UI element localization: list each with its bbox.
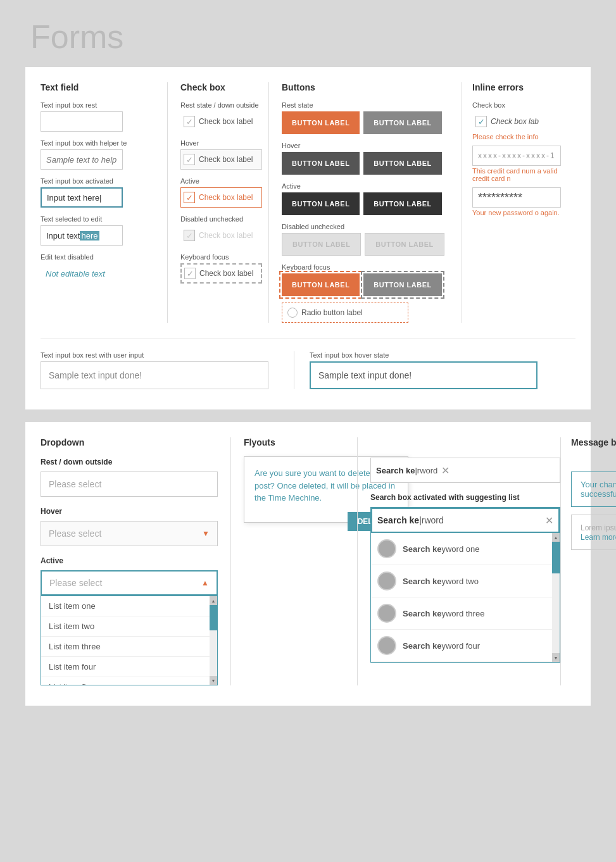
cb-hover-box[interactable]: ✓ <box>184 154 195 165</box>
avatar-1 <box>377 539 396 558</box>
dropdown-active-input[interactable]: Please select ▲ <box>41 570 218 596</box>
cb-rest-box[interactable]: ✓ <box>184 116 195 127</box>
searchbox-column: Search ke|rword ✕ Search box activated w… <box>357 437 560 685</box>
activated-text-input[interactable] <box>41 187 123 208</box>
spacer2 <box>571 456 616 472</box>
ie-cb-row[interactable]: ✓ Check box lab <box>472 111 575 132</box>
dropdown-hover-label: Hover <box>41 507 218 516</box>
helper-text-input[interactable] <box>41 149 123 170</box>
suggest-text-1: Search keyword one <box>403 544 479 554</box>
inline-errors-section-header: Inline errors <box>472 82 575 92</box>
ie-cb-label: Check box lab <box>491 117 539 126</box>
suggest-bold-2: Search ke <box>403 577 441 586</box>
dropdown-rest-input[interactable]: Please select <box>41 472 218 497</box>
list-item-2[interactable]: List item two <box>41 616 217 637</box>
cb-active-box[interactable]: ✓ <box>184 192 195 203</box>
buttons-column: Buttons Rest state BUTTON LABEL BUTTON L… <box>268 82 462 323</box>
checkbox-section-header: Check box <box>180 82 262 92</box>
btn-rest-label: Rest state <box>282 101 462 109</box>
suggest-bold-3: Search ke <box>403 609 441 618</box>
btn-active-1[interactable]: BUTTON LABEL <box>282 192 360 215</box>
suggest-scroll-down[interactable]: ▼ <box>552 653 560 662</box>
btn-keyboard-row: BUTTON LABEL BUTTON LABEL <box>282 273 462 296</box>
buttons-section-header: Buttons <box>282 82 462 92</box>
rest-user-input[interactable] <box>41 361 268 389</box>
btn-active-row: BUTTON LABEL BUTTON LABEL <box>282 192 462 215</box>
radio-keyboard-row[interactable]: Radio button label <box>282 303 408 323</box>
suggest-text-3: Search keyword three <box>403 609 484 618</box>
main-card: Text field Text input box rest Text inpu… <box>25 67 591 409</box>
suggest-item-2[interactable]: Search keyword two <box>371 565 560 597</box>
scrollbar-thumb[interactable] <box>210 605 217 630</box>
btn-active-label: Active <box>282 182 462 190</box>
suggest-scroll-thumb[interactable] <box>552 542 560 573</box>
info-message-text: Lorem ipsum dol... Learn more <box>581 523 616 542</box>
disabled-field-label: Edit text disabled <box>41 253 154 261</box>
list-item-3[interactable]: List item three <box>41 637 217 657</box>
dropdown-scroll-inner: List item one List item two List item th… <box>41 596 217 685</box>
suggest-item-3[interactable]: Search keyword three <box>371 597 560 630</box>
suggest-close-icon[interactable]: ✕ <box>545 515 553 527</box>
cb-disabled-box: ✓ <box>184 230 195 241</box>
hover-state-input[interactable] <box>310 361 537 389</box>
scrollbar-down-btn[interactable]: ▼ <box>210 676 217 685</box>
close-icon[interactable]: ✕ <box>441 465 449 477</box>
dropdown-column: Dropdown Rest / down outside Please sele… <box>41 437 230 685</box>
cb-active-row[interactable]: ✓ Check box label <box>180 187 262 208</box>
selected-word: here <box>80 231 99 240</box>
btn-active-2[interactable]: BUTTON LABEL <box>363 192 441 215</box>
search-suggest-label: Search box activated with suggesting lis… <box>370 493 560 502</box>
suggest-item-1[interactable]: Search keyword one <box>371 533 560 565</box>
cb-keyboard-row[interactable]: ✓ Check box label <box>180 263 262 284</box>
list-item-4[interactable]: List item four <box>41 657 217 677</box>
flyouts-section-header: Flyouts <box>244 437 344 447</box>
search-suggest-input-text[interactable]: Search ke|rword <box>377 515 541 525</box>
flyouts-column: Flyouts Are you sure you want to delete … <box>230 437 357 685</box>
search-suggest-header: Search ke|rword ✕ <box>371 508 560 533</box>
checkbox-column: Check box Rest state / down outside ✓ Ch… <box>167 82 268 323</box>
suggest-keyword-bold: Search ke <box>377 515 419 525</box>
scrollbar-up-btn[interactable]: ▲ <box>210 596 217 605</box>
btn-keyboard-1[interactable]: BUTTON LABEL <box>282 273 360 296</box>
dropdown-rest-label: Rest / down outside <box>41 458 218 466</box>
suggest-text-2: Search keyword two <box>403 577 479 586</box>
ie-credit-input[interactable] <box>472 146 561 166</box>
btn-rest-gray[interactable]: BUTTON LABEL <box>363 111 441 134</box>
textfield-column: Text field Text input box rest Text inpu… <box>41 82 167 323</box>
ie-cb-box[interactable]: ✓ <box>475 116 487 127</box>
cb-rest-row[interactable]: ✓ Check box label <box>180 111 262 132</box>
btn-rest-orange[interactable]: BUTTON LABEL <box>282 111 360 134</box>
radio-label: Radio button label <box>301 308 363 317</box>
dropdown-hover-input[interactable]: Please select ▼ <box>41 521 218 546</box>
btn-keyboard-label: Keyboard focus <box>282 263 462 271</box>
ie-cb-error: Please check the info <box>472 133 575 141</box>
messagebar-column: Message bar Your changes have been succe… <box>560 437 616 685</box>
dropdown-scroll: List item one List item two List item th… <box>41 596 218 685</box>
selected-text-display[interactable]: Input text here <box>41 225 123 246</box>
cb-hover-row[interactable]: ✓ Check box label <box>180 149 262 170</box>
btn-disabled-2: BUTTON LABEL <box>365 233 444 256</box>
rest-text-input[interactable] <box>41 111 123 132</box>
suggest-item-4[interactable]: Search keyword four <box>371 630 560 662</box>
suggest-list: Search keyword one Search keyword two Se… <box>371 533 560 662</box>
suggest-scroll-up[interactable]: ▲ <box>552 533 560 542</box>
cb-keyboard-box[interactable]: ✓ <box>184 268 196 279</box>
list-item-1[interactable]: List item one <box>41 596 217 616</box>
dropdown-active-placeholder: Please select <box>49 578 102 588</box>
search-box-simple[interactable]: Search ke|rword ✕ <box>370 458 560 483</box>
inline-errors-column: Inline errors Check box ✓ Check box lab … <box>462 82 575 323</box>
learn-more-link[interactable]: Learn more <box>581 533 616 542</box>
chevron-down-icon: ▼ <box>202 529 210 538</box>
avatar-4 <box>377 636 396 655</box>
search-suggest-box: Search ke|rword ✕ Search keyword one Sea… <box>370 507 560 663</box>
search-suggest-container: Search ke|rword ✕ Search keyword one Sea… <box>370 507 560 663</box>
radio-circle <box>287 308 298 318</box>
selected-before-text: Input text <box>46 231 80 240</box>
btn-hover-gray[interactable]: BUTTON LABEL <box>363 152 441 175</box>
search-keyword-rest: |rword <box>415 466 437 475</box>
ie-password-input[interactable] <box>472 187 561 208</box>
btn-hover-orange[interactable]: BUTTON LABEL <box>282 152 360 175</box>
list-item-5[interactable]: List item five <box>41 677 217 685</box>
bottom-left: Text input box rest with user input <box>41 351 294 389</box>
btn-keyboard-2[interactable]: BUTTON LABEL <box>363 273 441 296</box>
